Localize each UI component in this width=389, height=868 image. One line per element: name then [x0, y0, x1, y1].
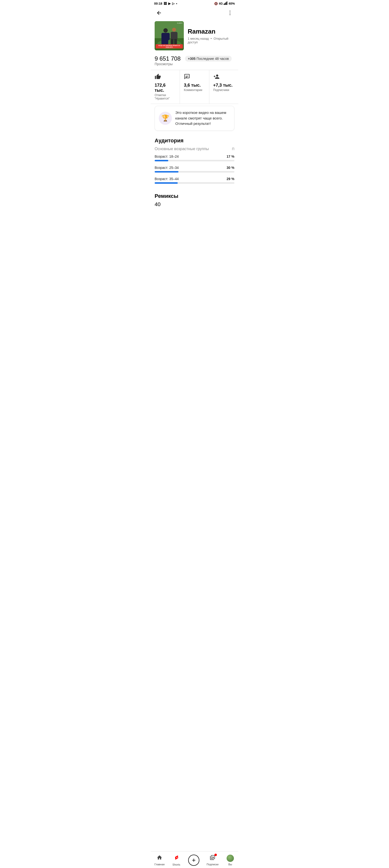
- status-bar: 00:18 🖼 ▶ ▷ • 🔇 4G 40%: [151, 0, 238, 6]
- network-type: 4G: [219, 2, 223, 5]
- views-badge-text: Последние 48 часов: [196, 57, 229, 61]
- age-groups-section: Основные возрастные группы П Возраст: 18…: [151, 147, 238, 184]
- svg-rect-0: [224, 4, 224, 5]
- remixes-title: Ремиксы: [155, 193, 234, 199]
- svg-rect-3: [227, 1, 227, 5]
- likes-value: 172,6 тыс.: [155, 83, 176, 93]
- achievement-text: Это короткое видео на вашем канале смотр…: [175, 110, 230, 127]
- metric-subscribers: +7,3 тыс. Подписчики: [209, 70, 238, 104]
- youtube-icon: ▶: [168, 2, 171, 5]
- photos-icon: 🖼: [164, 2, 167, 5]
- svg-rect-14: [174, 39, 177, 44]
- likes-label: Отметки "Нравится": [155, 93, 176, 100]
- views-stats: 9 651 708 +305 Последние 48 часов Просмо…: [151, 54, 238, 68]
- views-count: 9 651 708: [155, 55, 181, 62]
- profile-header: OLIMOV КОГДА ОНА ВПЕРВЫЕ ПРИШЛА НА ТВОЮ …: [151, 19, 238, 54]
- metrics-grid: 172,6 тыс. Отметки "Нравится" 3,6 тыс. К…: [151, 70, 238, 104]
- video-thumbnail: OLIMOV КОГДА ОНА ВПЕРВЫЕ ПРИШЛА НА ТВОЮ …: [155, 21, 184, 50]
- remixes-count: 40: [155, 201, 234, 208]
- back-button[interactable]: [155, 8, 163, 17]
- svg-rect-13: [171, 39, 173, 44]
- age-bar-fill-2: [155, 171, 179, 173]
- svg-rect-1: [225, 3, 225, 5]
- thumbnail-brand: OLIMOV: [177, 22, 183, 24]
- age-groups-title: Основные возрастные группы: [155, 147, 209, 151]
- age-row-25-34: Возраст: 25–34 30 %: [155, 166, 234, 173]
- mute-icon: 🔇: [214, 2, 218, 5]
- views-label: Просмотры: [155, 62, 234, 66]
- play-store-icon: ▷: [172, 2, 174, 5]
- likes-icon: [155, 73, 161, 81]
- comments-label: Комментарии: [184, 88, 202, 92]
- svg-rect-10: [165, 39, 168, 44]
- age-row-18-24: Возраст: 18–24 17 %: [155, 155, 234, 161]
- comments-value: 3,6 тыс.: [184, 83, 201, 88]
- age-bar-track-1: [155, 160, 234, 161]
- comments-icon: [184, 73, 190, 81]
- remixes-section: Ремиксы 40: [151, 188, 238, 210]
- more-options-button[interactable]: ⋮: [226, 8, 234, 17]
- age-bar-track-3: [155, 182, 234, 184]
- audience-section-title: Аудитория: [151, 133, 238, 147]
- svg-point-11: [172, 28, 176, 32]
- age-bar-track-2: [155, 171, 234, 173]
- top-navigation: ⋮: [151, 6, 238, 19]
- achievement-banner: 🏆 Это короткое видео на вашем канале смо…: [155, 106, 234, 131]
- age-bar-fill-1: [155, 160, 168, 161]
- subscribers-label: Подписчики: [213, 88, 229, 92]
- dot-indicator: •: [176, 2, 177, 5]
- signal-icon: [224, 1, 228, 6]
- trophy-icon: 🏆: [161, 114, 169, 122]
- metric-likes: 172,6 тыс. Отметки "Нравится": [151, 70, 180, 104]
- age-bar-fill-3: [155, 182, 178, 184]
- views-badge-plus: +305: [188, 57, 196, 61]
- subscribers-icon: [213, 73, 220, 81]
- svg-point-7: [163, 28, 168, 33]
- age-percent-3: 29 %: [227, 177, 234, 181]
- age-row-35-44: Возраст: 35–44 29 %: [155, 177, 234, 184]
- age-range-1: Возраст: 18–24: [155, 155, 179, 158]
- views-badge: +305 Последние 48 часов: [185, 56, 232, 62]
- age-percent-1: 17 %: [227, 155, 234, 158]
- svg-rect-12: [171, 32, 177, 40]
- channel-meta: 1 месяц назад • Открытый доступ: [188, 37, 234, 44]
- status-time: 00:18: [154, 2, 162, 5]
- thumbnail-text: КОГДА ОНА ВПЕРВЫЕ ПРИШЛА НА ТВОЮ ИГРУ: [156, 44, 183, 49]
- battery-level: 40%: [229, 2, 235, 5]
- age-range-2: Возраст: 25–34: [155, 166, 179, 169]
- publish-date: 1 месяц назад: [188, 37, 209, 40]
- svg-rect-9: [161, 39, 165, 44]
- channel-name: Ramazan: [188, 28, 234, 35]
- achievement-icon-wrap: 🏆: [159, 112, 172, 125]
- age-range-3: Возраст: 35–44: [155, 177, 179, 181]
- age-groups-more[interactable]: П: [232, 147, 234, 151]
- subscribers-value: +7,3 тыс.: [213, 83, 233, 88]
- metric-comments: 3,6 тыс. Комментарии: [180, 70, 209, 104]
- svg-rect-8: [161, 33, 170, 40]
- age-percent-2: 30 %: [227, 166, 234, 169]
- svg-rect-2: [226, 2, 226, 5]
